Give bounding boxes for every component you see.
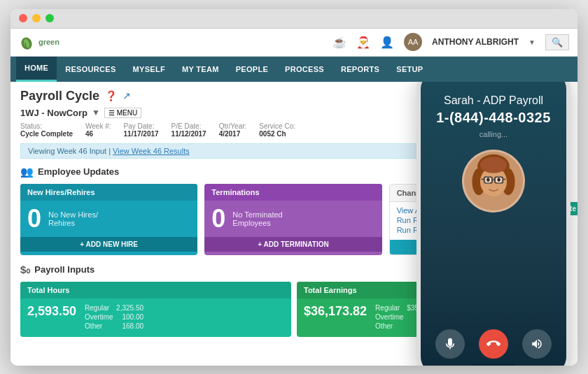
terminations-count: 0: [211, 206, 225, 231]
search-button[interactable]: 🔍: [545, 34, 569, 50]
mac-window: green ☕ 🎅 👤 AA ANTHONY ALBRIGHT ▼ 🔍 HOME…: [10, 9, 578, 366]
profile-icon[interactable]: 👤: [380, 36, 394, 49]
speaker-button[interactable]: [522, 329, 552, 359]
top-bar: green ☕ 🎅 👤 AA ANTHONY ALBRIGHT ▼ 🔍: [10, 29, 578, 57]
main-content: Payroll Cycle ❓ ↗ 1WJ - NowCorp ▼ ☰ MENU…: [10, 82, 578, 366]
hours-overtime-label: Overtime: [85, 313, 113, 321]
cycle-name: 1WJ - NowCorp: [20, 108, 88, 118]
pay-date-label: Pay Date:: [124, 122, 159, 130]
hours-other-label: Other: [85, 322, 102, 330]
maximize-button[interactable]: [46, 14, 54, 22]
status-label: Status:: [20, 122, 73, 130]
service-label: Service Co:: [259, 122, 295, 130]
pe-date-value: 11/12/2017: [172, 130, 206, 138]
nav-item-myteam[interactable]: MY TEAM: [174, 57, 227, 82]
new-hires-card: New Hires/Rehires 0 No New Hires/Rehires…: [20, 184, 197, 255]
hours-other-value: 168.00: [122, 322, 144, 330]
week-item: Week #: 46: [85, 122, 111, 138]
total-hours-header: Total Hours: [20, 282, 291, 299]
week-label: Week #:: [85, 122, 111, 130]
logo-area: green: [19, 34, 59, 50]
employee-updates-label: Employee Updates: [38, 166, 119, 177]
payroll-inputs-label: Payroll Inputs: [34, 264, 94, 275]
dropdown-cycle-icon[interactable]: ▼: [92, 108, 100, 117]
terminations-label: No TerminatedEmployees: [232, 210, 282, 227]
svg-line-15: [482, 179, 484, 180]
nav-item-process[interactable]: PROCESS: [276, 57, 332, 82]
viewing-text: Viewing Week 46 Input |: [28, 147, 113, 155]
hours-regular-label: Regular: [85, 304, 109, 312]
terminations-header: Terminations: [204, 184, 382, 201]
add-termination-button[interactable]: + ADD TERMINATION: [204, 237, 382, 252]
view-results-link[interactable]: View Week 46 Results: [113, 147, 190, 155]
phone-frame: 4:32 PM 100% Sarah - ADP Payroll 1-(844)…: [416, 82, 570, 366]
svg-point-17: [480, 157, 507, 173]
total-hours-number: 2,593.50: [27, 304, 76, 319]
avatar: AA: [404, 33, 422, 51]
svg-point-11: [497, 178, 500, 182]
expand-icon[interactable]: ↗: [122, 90, 131, 101]
home-indicator: [472, 364, 514, 366]
user-name: ANTHONY ALBRIGHT: [432, 37, 519, 47]
nav-item-setup[interactable]: SETUP: [388, 57, 431, 82]
phone-screen: 4:32 PM 100% Sarah - ADP Payroll 1-(844)…: [421, 82, 566, 366]
earnings-overtime-label: Overtime: [375, 313, 404, 321]
terminations-body: 0 No TerminatedEmployees: [204, 201, 382, 237]
qtr-value: 4/2017: [219, 130, 241, 138]
page-title: Payroll Cycle: [20, 89, 99, 103]
app-content: green ☕ 🎅 👤 AA ANTHONY ALBRIGHT ▼ 🔍 HOME…: [10, 29, 578, 366]
phone-battery: 100%: [543, 82, 559, 83]
caller-name: Sarah - ADP Payroll: [444, 94, 543, 107]
notification-icon[interactable]: ☕: [332, 36, 346, 49]
calendar-icon[interactable]: 🎅: [356, 36, 370, 49]
total-hours-cell: Total Hours 2,593.50 Regular 2,325.50: [20, 282, 291, 337]
close-button[interactable]: [19, 14, 27, 22]
phone-number: 1-(844)-448-0325: [436, 110, 551, 126]
total-hours-rows: Regular 2,325.50 Overtime 100.00 Other: [85, 304, 144, 331]
qtr-item: Qtr/Year: 4/2017: [219, 122, 247, 138]
service-value: 0052 Ch: [259, 130, 286, 138]
add-new-hire-button[interactable]: + ADD NEW HIRE: [20, 237, 197, 252]
phone-controls: [435, 329, 552, 359]
new-hires-header: New Hires/Rehires: [20, 184, 197, 201]
person-icon: 👥: [20, 166, 34, 178]
qtr-label: Qtr/Year:: [219, 122, 247, 130]
earnings-other-label: Other: [375, 322, 393, 330]
total-hours-body: 2,593.50 Regular 2,325.50 Overtime 100.0…: [20, 299, 291, 337]
hours-regular-value: 2,325.50: [116, 304, 144, 312]
service-item: Service Co: 0052 Ch: [259, 122, 295, 138]
end-call-button[interactable]: [479, 329, 508, 359]
mute-button[interactable]: [435, 329, 465, 359]
nav-item-resources[interactable]: RESOURCES: [57, 57, 124, 82]
svg-point-10: [486, 178, 490, 182]
total-earnings-number: $36,173.82: [304, 304, 367, 319]
mute-icon: [444, 338, 456, 350]
dropdown-arrow-icon[interactable]: ▼: [528, 38, 536, 46]
svg-line-16: [503, 179, 505, 180]
new-hires-count: 0: [27, 206, 41, 231]
week-value: 46: [85, 130, 93, 138]
nav-item-myself[interactable]: MYSELF: [125, 57, 174, 82]
nav-bar: HOME RESOURCES MYSELF MY TEAM PEOPLE PRO…: [10, 57, 578, 82]
menu-button[interactable]: ☰ MENU: [104, 108, 141, 118]
logo-text: green: [38, 38, 59, 46]
end-call-icon: [486, 337, 500, 351]
dollar-icon: $₀: [20, 264, 30, 276]
new-hires-label: No New Hires/Rehires: [48, 210, 98, 227]
hours-regular-row: Regular 2,325.50: [85, 304, 144, 312]
top-right: ☕ 🎅 👤 AA ANTHONY ALBRIGHT ▼ 🔍: [332, 33, 569, 51]
phone-overlay: Complete − 4:32 PM 100% Sarah - ADP Payr…: [410, 82, 578, 366]
logo-icon: [19, 34, 34, 50]
hours-overtime-value: 100.00: [122, 313, 144, 321]
nav-item-home[interactable]: HOME: [16, 57, 57, 82]
caller-photo: [464, 150, 523, 212]
nav-item-reports[interactable]: REPORTS: [332, 57, 388, 82]
hours-overtime-row: Overtime 100.00: [85, 313, 144, 321]
status-item: Status: Cycle Complete: [20, 122, 73, 138]
pe-date-label: P/E Date:: [172, 122, 206, 130]
minimize-button[interactable]: [32, 14, 41, 22]
caller-avatar: [462, 150, 525, 213]
pay-date-item: Pay Date: 11/17/2017: [124, 122, 159, 138]
help-icon[interactable]: ❓: [105, 90, 117, 101]
nav-item-people[interactable]: PEOPLE: [227, 57, 276, 82]
